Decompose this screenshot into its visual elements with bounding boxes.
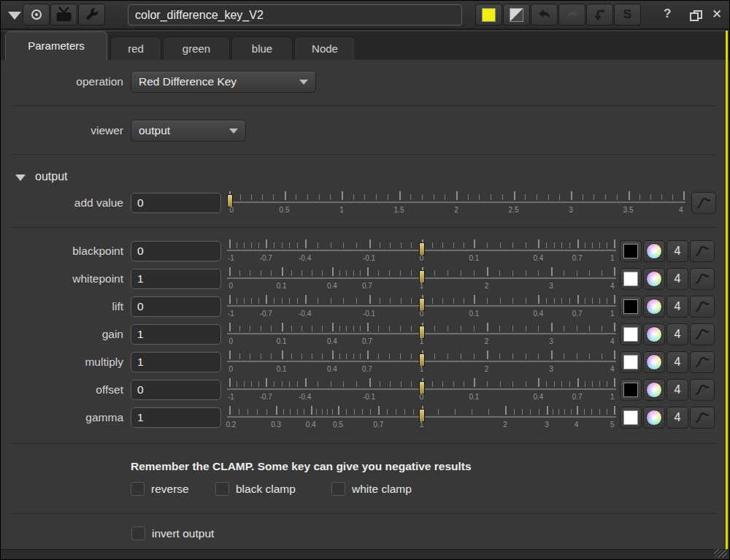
parameter-slider[interactable]: 00.10.40.71234: [227, 350, 616, 375]
multi-value-button[interactable]: 4: [666, 268, 688, 290]
tab-green[interactable]: green: [163, 37, 230, 60]
curve-icon: [694, 355, 711, 369]
help-button[interactable]: ?: [664, 7, 671, 21]
multi-value-button[interactable]: 4: [666, 407, 688, 429]
slider-tick-labels: 0.20.30.40.50.712345: [227, 421, 616, 429]
animation-curve-button[interactable]: [690, 379, 715, 401]
animation-curve-button[interactable]: [690, 268, 715, 290]
node-name-input[interactable]: [128, 4, 462, 26]
animation-curve-button[interactable]: [690, 407, 715, 429]
add-value-input[interactable]: [131, 193, 221, 213]
tab-node[interactable]: Node: [294, 37, 356, 60]
add-value-slider[interactable]: 00.511.522.533.54: [227, 191, 685, 216]
reverse-checkbox[interactable]: [131, 482, 145, 496]
white-clamp-checkbox[interactable]: [331, 482, 345, 496]
color-swatch-icon: [623, 272, 638, 286]
color-wheel-button[interactable]: [643, 351, 665, 373]
color-swatch-button[interactable]: [620, 351, 642, 373]
undo-button[interactable]: [531, 4, 558, 26]
color-swatch-button[interactable]: [620, 323, 642, 345]
parameter-slider[interactable]: 00.10.40.71234: [227, 267, 616, 292]
color-swatch-icon: [623, 299, 638, 314]
black-clamp-checkbox[interactable]: [215, 482, 229, 496]
group-collapse-icon[interactable]: [15, 174, 26, 181]
parameter-slider[interactable]: -1-0.7-0.4-0.100.10.40.71: [227, 295, 616, 320]
color-wheel-button[interactable]: [643, 407, 665, 429]
parameter-value-input[interactable]: [131, 241, 221, 261]
color-swatch-button[interactable]: [620, 296, 642, 318]
channel-count-label: 4: [675, 383, 681, 396]
color-swatch-icon: [623, 410, 638, 425]
parameter-slider[interactable]: 00.10.40.71234: [227, 323, 616, 348]
parameter-slider[interactable]: -1-0.7-0.4-0.100.10.40.71: [227, 378, 616, 403]
record-circle-icon: [31, 9, 42, 20]
multi-value-button[interactable]: 4: [666, 379, 688, 401]
multi-value-button[interactable]: 4: [666, 323, 688, 345]
color-wheel-button[interactable]: [643, 296, 665, 318]
color-wheel-icon: [646, 243, 662, 259]
flipbook-button[interactable]: [50, 4, 77, 26]
slider-track[interactable]: [227, 202, 685, 203]
operation-label: operation: [1, 71, 123, 93]
revert-button[interactable]: [586, 4, 613, 26]
channel-count-label: 4: [675, 245, 681, 258]
color-swatch-icon: [623, 244, 638, 258]
operation-value: Red Difference Key: [139, 75, 237, 88]
undo-arrow-icon: [537, 7, 553, 22]
chevron-down-icon: [299, 80, 308, 85]
node-color-button[interactable]: [475, 4, 502, 26]
resize-grip[interactable]: [714, 549, 727, 558]
chevron-down-icon: [229, 129, 238, 134]
redo-button[interactable]: [558, 4, 585, 26]
color-wheel-button[interactable]: [643, 240, 665, 262]
parameter-value-input[interactable]: [131, 407, 221, 428]
multi-value-button[interactable]: 4: [666, 240, 688, 262]
white-clamp-checkbox-row: white clamp: [331, 482, 412, 496]
parameter-value-input[interactable]: [131, 296, 221, 317]
parameter-label: multiply: [1, 351, 123, 373]
center-node-button[interactable]: [23, 4, 50, 26]
parameter-value-input[interactable]: [131, 352, 221, 372]
color-swatch-button[interactable]: [620, 379, 642, 401]
titlebar-left-buttons: [23, 4, 105, 26]
tab-parameters[interactable]: Parameters: [5, 31, 107, 60]
multi-value-button[interactable]: 4: [666, 296, 688, 318]
animation-curve-button[interactable]: [691, 192, 716, 214]
color-wheel-button[interactable]: [643, 323, 665, 345]
color-swatch-button[interactable]: [620, 407, 642, 429]
animation-curve-button[interactable]: [690, 240, 715, 262]
animation-curve-button[interactable]: [690, 323, 715, 345]
color-swatch-button[interactable]: [620, 240, 642, 262]
parameter-row-multiply: multiply 00.10.40.71234 4: [1, 350, 729, 377]
script-button[interactable]: S: [614, 4, 641, 26]
animation-curve-button[interactable]: [690, 351, 715, 373]
invert-output-checkbox[interactable]: [131, 526, 145, 540]
black-clamp-checkbox-row: black clamp: [215, 482, 296, 496]
operation-dropdown[interactable]: Red Difference Key: [131, 71, 316, 93]
color-wheel-icon: [646, 410, 662, 426]
gl-color-button[interactable]: [503, 4, 530, 26]
tv-icon: [55, 7, 73, 23]
multi-value-button[interactable]: 4: [666, 351, 688, 373]
color-wheel-button[interactable]: [643, 268, 665, 290]
parameter-buttons: 4: [620, 407, 715, 429]
parameter-row-offset: offset -1-0.7-0.4-0.100.10.40.71 4: [1, 377, 729, 405]
viewer-dropdown[interactable]: output: [131, 120, 246, 142]
color-wheel-button[interactable]: [643, 379, 665, 401]
redo-arrow-icon: [564, 7, 580, 22]
parameter-value-input[interactable]: [131, 269, 221, 289]
parameter-slider[interactable]: 0.20.30.40.50.712345: [227, 406, 616, 431]
panel-menu-icon[interactable]: [8, 12, 21, 20]
float-window-icon[interactable]: [690, 10, 702, 21]
parameter-buttons: 4: [620, 296, 715, 318]
tab-red[interactable]: red: [110, 37, 161, 60]
close-button[interactable]: ✕: [712, 7, 722, 22]
parameter-value-input[interactable]: [131, 324, 221, 345]
settings-button[interactable]: [78, 4, 105, 26]
color-wheel-icon: [646, 299, 662, 315]
tab-blue[interactable]: blue: [231, 37, 293, 60]
color-swatch-button[interactable]: [620, 268, 642, 290]
parameter-slider[interactable]: -1-0.7-0.4-0.100.10.40.71: [227, 239, 616, 264]
parameter-value-input[interactable]: [131, 380, 221, 400]
animation-curve-button[interactable]: [690, 296, 715, 318]
